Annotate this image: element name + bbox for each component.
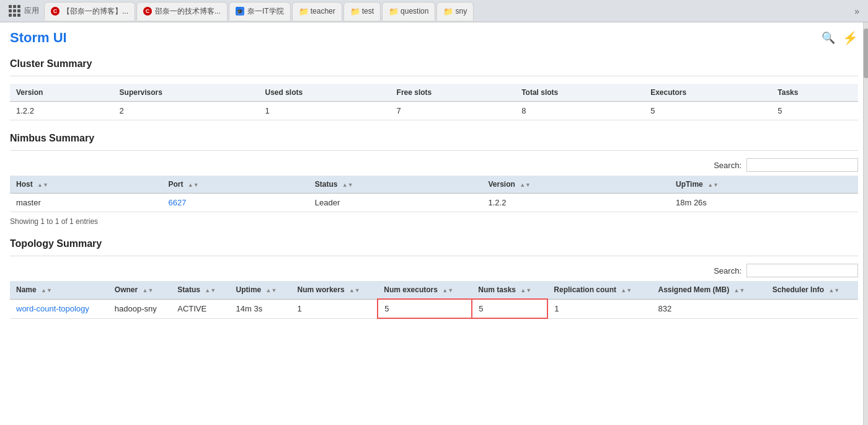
cell-free-slots: 7 [391,102,516,120]
topo-owner-sort-icon: ▲▼ [143,287,154,293]
nimbus-search-row: Search: [10,158,858,172]
apps-grid-icon [9,5,20,17]
topo-cell-num-executors: 5 [378,299,472,318]
topo-replication-sort-icon: ▲▼ [621,287,632,293]
nimbus-summary-section: Nimbus Summary Search: Host ▲▼ Port ▲▼ [10,130,858,226]
tab-3[interactable]: 🎓 奈一IT学院 [229,2,291,20]
tab-7[interactable]: 📁 sny [436,2,474,20]
col-total-slots: Total slots [515,84,644,102]
folder-icon-7: 📁 [443,7,452,16]
cell-supervisors: 2 [113,102,259,120]
search-icon[interactable]: 🔍 [822,31,835,45]
folder-icon-5: 📁 [350,7,359,16]
cell-tasks: 5 [771,102,858,120]
cluster-data-row: 1.2.2 2 1 7 8 5 5 [10,102,858,120]
nimbus-divider [10,150,858,151]
col-tasks: Tasks [771,84,858,102]
topology-search-input[interactable] [746,264,858,277]
main-content: Storm UI 🔍 ⚡ Cluster Summary Version Sup… [0,22,868,331]
tab-4-label: teacher [311,7,335,16]
status-sort-icon: ▲▼ [342,182,353,188]
nimbus-cell-status: Leader [309,194,482,212]
cluster-divider [10,76,858,76]
nimbus-col-status[interactable]: Status ▲▼ [309,176,482,194]
tab-5-label: test [362,7,374,16]
topo-col-num-tasks[interactable]: Num tasks ▲▼ [472,281,547,299]
topology-data-row: word-count-topology hadoop-sny ACTIVE 14… [10,299,858,318]
folder-icon-6: 📁 [389,7,397,16]
tab-2[interactable]: C 邵奈一的技术博客... [136,2,228,20]
topology-summary-title: Topology Summary [10,236,858,249]
nimbus-cell-uptime: 18m 26s [670,194,858,212]
tab-apps[interactable]: 应用 [5,4,43,18]
nimbus-col-version[interactable]: Version ▲▼ [482,176,670,194]
topo-mem-sort-icon: ▲▼ [734,287,745,293]
host-sort-icon: ▲▼ [37,182,48,188]
topology-summary-section: Topology Summary Search: Name ▲▼ Owner ▲… [10,236,858,319]
page-title: Storm UI [10,30,67,46]
topo-uptime-sort-icon: ▲▼ [266,287,277,293]
nimbus-header-row: Host ▲▼ Port ▲▼ Status ▲▼ Version ▲▼ [10,176,858,194]
nimbus-cell-host: master [10,194,162,212]
col-supervisors: Supervisors [113,84,259,102]
nimbus-col-host[interactable]: Host ▲▼ [10,176,162,194]
nimbus-summary-title: Nimbus Summary [10,130,858,144]
topo-cell-replication: 1 [547,299,652,318]
nimbus-table: Host ▲▼ Port ▲▼ Status ▲▼ Version ▲▼ [10,176,858,212]
topo-tasks-value: 5 [479,304,483,313]
filter-icon[interactable]: ⚡ [843,30,858,45]
topo-exec-sort-icon: ▲▼ [442,287,453,293]
topology-table: Name ▲▼ Owner ▲▼ Status ▲▼ Uptime ▲▼ [10,281,858,319]
cluster-summary-section: Cluster Summary Version Supervisors Used… [10,56,858,120]
topo-col-status[interactable]: Status ▲▼ [171,281,229,299]
topo-col-uptime[interactable]: Uptime ▲▼ [230,281,291,299]
topo-col-name[interactable]: Name ▲▼ [10,281,108,299]
cluster-summary-title: Cluster Summary [10,56,858,69]
nimbus-col-port[interactable]: Port ▲▼ [162,176,308,194]
nimbus-col-uptime[interactable]: UpTime ▲▼ [670,176,858,194]
topo-cell-name: word-count-topology [10,299,108,318]
col-free-slots: Free slots [391,84,516,102]
c-icon-1: C [51,7,60,16]
topo-col-assigned-mem[interactable]: Assigned Mem (MB) ▲▼ [652,281,766,299]
topology-search-row: Search: [10,264,858,277]
tab-3-label: 奈一IT学院 [247,6,284,17]
tab-2-label: 邵奈一的技术博客... [155,6,221,17]
topology-search-label: Search: [714,266,742,275]
cell-used-slots: 1 [259,102,390,120]
col-used-slots: Used slots [259,84,390,102]
topo-col-num-workers[interactable]: Num workers ▲▼ [291,281,378,299]
nimbus-port-link[interactable]: 6627 [168,198,186,207]
tab-4[interactable]: 📁 teacher [292,2,342,20]
cluster-table-header-row: Version Supervisors Used slots Free slot… [10,84,858,102]
nimbus-cell-version: 1.2.2 [482,194,670,212]
port-sort-icon: ▲▼ [188,182,199,188]
scrollbar-thumb[interactable] [864,29,868,78]
topo-col-num-executors[interactable]: Num executors ▲▼ [378,281,472,299]
right-scrollbar[interactable] [863,22,868,425]
topo-cell-status: ACTIVE [171,299,229,318]
cell-total-slots: 8 [515,102,644,120]
topo-col-scheduler-info[interactable]: Scheduler Info ▲▼ [766,281,858,299]
topo-name-sort-icon: ▲▼ [41,287,52,293]
tab-5[interactable]: 📁 test [343,2,381,20]
topo-col-replication[interactable]: Replication count ▲▼ [547,281,652,299]
cell-executors: 5 [644,102,771,120]
tab-1-label: 【邵奈一的博客】... [63,6,128,17]
topo-cell-num-tasks: 5 [472,299,547,318]
tab-6[interactable]: 📁 question [382,2,435,20]
tab-bar: 应用 C 【邵奈一的博客】... C 邵奈一的技术博客... 🎓 奈一IT学院 … [0,0,868,22]
topo-col-owner[interactable]: Owner ▲▼ [108,281,171,299]
uptime-sort-icon: ▲▼ [707,182,719,188]
topo-scheduler-sort-icon: ▲▼ [828,287,839,293]
nimbus-search-input[interactable] [746,158,858,172]
tab-more-button[interactable]: » [851,5,863,17]
nimbus-data-row: master 6627 Leader 1.2.2 18m 26s [10,194,858,212]
topo-cell-owner: hadoop-sny [108,299,171,318]
tab-1[interactable]: C 【邵奈一的博客】... [44,2,135,20]
topo-status-sort-icon: ▲▼ [205,287,216,293]
topology-divider [10,256,858,256]
apps-label: 应用 [24,6,39,16]
topology-name-link[interactable]: word-count-topology [16,304,89,313]
nimbus-search-label: Search: [714,161,742,170]
